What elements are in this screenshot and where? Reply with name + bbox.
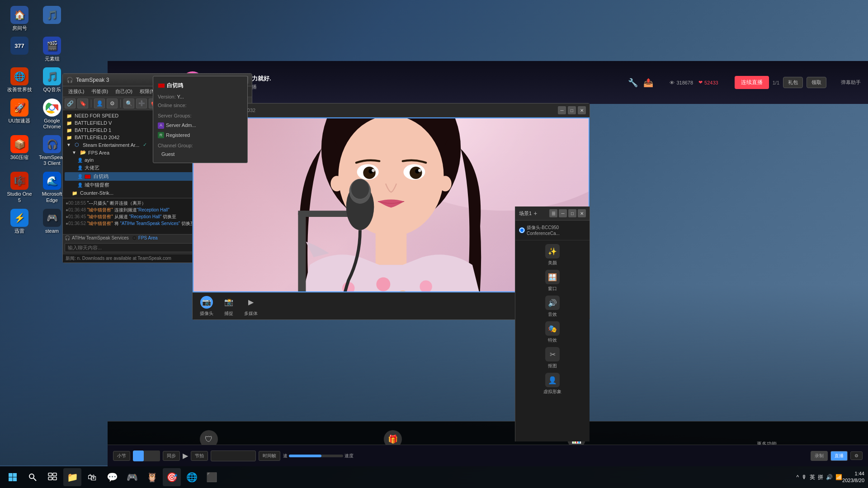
tb-identity[interactable]: 👤	[94, 99, 105, 108]
tb-search[interactable]: 🔍	[123, 99, 134, 108]
popup-channel-group: Channel Group: Guest	[158, 141, 243, 158]
ctrl-live[interactable]: 直播	[830, 451, 848, 461]
expand-icon: ▼	[72, 150, 78, 155]
tb-adduser[interactable]: ➕	[136, 99, 147, 108]
speed-slider[interactable]	[289, 455, 343, 457]
ts-tab-services[interactable]: ATIHw TeamSpeak Services	[72, 235, 129, 240]
search-taskbar-btn[interactable]	[24, 468, 42, 486]
media-tool-icon: ▶	[245, 296, 257, 309]
svg-point-19	[439, 176, 451, 191]
svg-rect-38	[48, 473, 52, 476]
camera-tool-icon: 📷	[200, 296, 213, 309]
ctrl-sync[interactable]: 同步	[163, 451, 180, 461]
menu-connect[interactable]: 连接(L)	[65, 87, 88, 96]
speed-label: 速	[283, 453, 288, 459]
ctrl-beat[interactable]: 小节	[113, 451, 130, 461]
desktop-icon-yuansu[interactable]: 🎬 元素组	[36, 34, 68, 64]
streaming-bottom-controls: 小节 同步 ▶ 节拍 时间帧 速 速度 录制 直播 ⚙	[108, 445, 868, 466]
volume-icon[interactable]: 🔊	[826, 474, 833, 480]
network-icon[interactable]: 📶	[835, 474, 842, 480]
capture-tool-label: 捕捉	[224, 310, 233, 317]
expand-icon: ▼	[66, 142, 73, 147]
obs-camera-source[interactable]: 摄像头-BCC950 ConferenceCa...	[519, 223, 586, 237]
menu-self[interactable]: 自己(O)	[112, 87, 136, 96]
lang-zh[interactable]: 拼	[818, 474, 823, 481]
eye-icon: 👁	[670, 80, 675, 85]
obs-minimize-btn[interactable]: ─	[559, 209, 567, 217]
popup-online-since: Online since:	[158, 101, 243, 110]
live-btn[interactable]: 连续直播	[735, 76, 769, 89]
taskbar-epic[interactable]: 🎮	[123, 468, 141, 486]
desktop-icon-377[interactable]: 377	[4, 34, 35, 64]
ctrl-speed[interactable]: 时间帧	[259, 451, 280, 461]
obs-beauty-btn[interactable]: ✨ 美颜	[545, 244, 560, 266]
fps-tab[interactable]: ⬡ FPS Area	[132, 235, 158, 240]
taskbar-edge-game[interactable]: 🌐	[183, 468, 201, 486]
add-scene-btn[interactable]: +	[533, 210, 537, 217]
ctrl-record[interactable]: 录制	[811, 451, 828, 461]
obs-window-btn[interactable]: 🪟 窗口	[545, 270, 560, 292]
speed-value-label: 速度	[344, 453, 354, 459]
desktop-icon-music-note[interactable]: 🎵	[36, 4, 68, 33]
yy-close-btn[interactable]: ✕	[578, 106, 586, 114]
camera-source-label: 摄像头-BCC950 ConferenceCa...	[527, 225, 586, 236]
desktop-icon-uu[interactable]: 🚀 UU加速器	[4, 96, 35, 132]
svg-rect-39	[53, 473, 57, 476]
source-radio[interactable]	[519, 227, 525, 233]
channel-logo-icon: ⬡	[75, 142, 79, 148]
media-tool-label: 多媒体	[244, 310, 258, 317]
obs-close-btn[interactable]: ✕	[578, 209, 586, 217]
yy-tool-media[interactable]: ▶ 多媒体	[244, 296, 258, 317]
yy-minimize-btn[interactable]: ─	[558, 106, 566, 114]
yy-tool-capture[interactable]: 📸 捕捉	[222, 296, 235, 317]
desktop-icon-area: 🏠 房间号 🎵 377 🎬 元素组 🌐 改善世界技 🎵 QQ音乐 🚀 UU加速器	[0, 0, 71, 240]
tb-connect[interactable]: 🔗	[65, 99, 75, 108]
taskbar-steam-game[interactable]: 🎯	[163, 468, 181, 486]
desktop-icon-home[interactable]: 🏠 房间号	[4, 4, 35, 33]
tb-settings[interactable]: ⚙	[107, 99, 118, 108]
fps-tab-label[interactable]: FPS Area	[138, 235, 158, 240]
taskbar-store[interactable]: 🛍	[83, 468, 101, 486]
tb-bookmark[interactable]: 🔖	[77, 99, 88, 108]
taskbar-discord[interactable]: 💬	[103, 468, 121, 486]
play-icon[interactable]: ▶	[183, 451, 188, 460]
ctrl-settings[interactable]: ⚙	[850, 451, 863, 460]
taskbar-clock[interactable]: 1:44 2023/8/20	[842, 470, 864, 484]
svg-rect-32	[9, 473, 13, 477]
desktop-icon-360[interactable]: 📦 360压缩	[4, 133, 35, 169]
tray-mic-icon: 🎙	[802, 474, 807, 480]
like-count: ❤ 52433	[698, 80, 718, 85]
svg-rect-35	[13, 478, 17, 482]
sg-admin: A Server Adm...	[158, 121, 243, 130]
yy-maximize-btn[interactable]: □	[568, 106, 576, 114]
taskbar-overwolf[interactable]: 🦉	[143, 468, 161, 486]
taskview-btn[interactable]	[43, 468, 61, 486]
obs-maximize-btn[interactable]: □	[568, 209, 576, 217]
desktop-icon-xunlei[interactable]: ⚡ 迅雷	[4, 206, 35, 236]
gift-btn[interactable]: 礼包	[783, 77, 803, 88]
lang-en[interactable]: 英	[810, 474, 815, 481]
verified-icon: ✓	[143, 142, 147, 148]
assistant-label: 弹幕助手	[841, 79, 861, 86]
taskbar-terminal[interactable]: ⬛	[203, 468, 221, 486]
desktop-icon-world[interactable]: 🌐 改善世界技	[4, 65, 35, 95]
sg-registered: R Registered	[158, 131, 243, 140]
desktop-icon-studio[interactable]: 🎼 Studio One 5	[4, 169, 35, 205]
subfolder-icon: 📂	[80, 150, 86, 155]
taskbar: 📁 🛍 💬 🎮 🦉 🎯 🌐 ⬛ ^ 🎙 英 拼 🔊 📶 1:44 2023/8/…	[0, 466, 868, 488]
obs-panel-controls: ☰ ─ □ ✕	[549, 209, 586, 217]
yy-tool-camera[interactable]: 📷 摄像头	[200, 296, 213, 317]
timeline-scrubber[interactable]	[133, 450, 160, 461]
start-button[interactable]	[4, 468, 22, 486]
stream-info: 【摄像头】尽力就好. CS:GO · 美女主播	[217, 75, 621, 90]
menu-bookmarks[interactable]: 书签(B)	[88, 87, 112, 96]
ts-icon: 🎧	[66, 77, 73, 83]
obs-list-btn[interactable]: ☰	[549, 209, 557, 217]
tray-arrow[interactable]: ^	[796, 474, 799, 480]
yy-content: 场景1 + ☰ ─ □ ✕ 摄像头-BCC950 ConferenceCa...	[193, 117, 590, 292]
timeline-frame[interactable]	[211, 450, 256, 461]
ctrl-beat2[interactable]: 节拍	[191, 451, 208, 461]
sg-admin-icon: A	[158, 122, 164, 129]
get-btn[interactable]: 领取	[807, 77, 826, 88]
taskbar-explorer[interactable]: 📁	[63, 468, 81, 486]
